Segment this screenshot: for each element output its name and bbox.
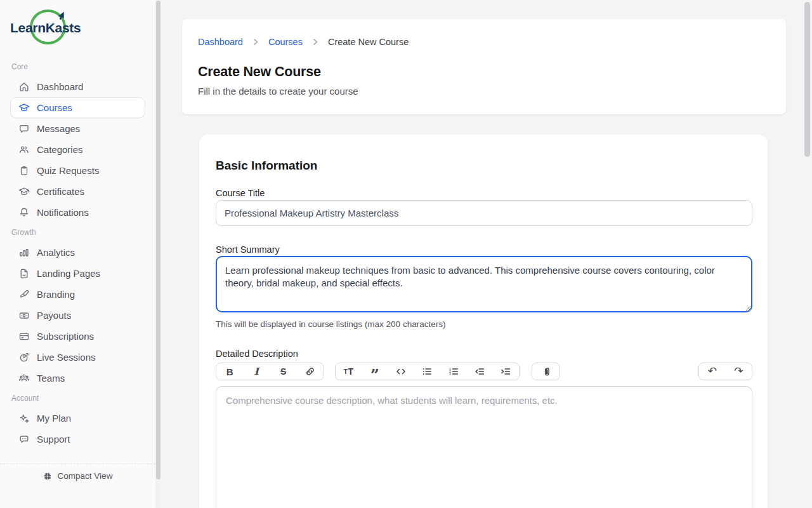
link-button[interactable]	[297, 363, 324, 380]
sparkles-icon	[18, 413, 30, 424]
sidebar-item-label: Messages	[37, 123, 80, 134]
sidebar-item-support[interactable]: Support	[10, 429, 145, 450]
short-summary-textarea[interactable]: Learn professional makeup techniques fro…	[216, 256, 752, 312]
sidebar-item-label: Teams	[37, 373, 65, 384]
sidebar-item-live-sessions[interactable]: Live Sessions	[10, 347, 145, 368]
sidebar-item-landing-pages[interactable]: Landing Pages	[10, 263, 145, 284]
sidebar-section-growth: Growth	[11, 228, 145, 237]
certificate-icon	[18, 186, 30, 197]
sidebar-item-categories[interactable]: Categories	[10, 139, 145, 160]
sidebar-item-subscriptions[interactable]: Subscriptions	[10, 326, 145, 347]
sidebar-item-label: Courses	[37, 102, 72, 113]
numbered-list-icon: 123	[449, 366, 459, 377]
sidebar-item-label: Notifications	[37, 207, 89, 218]
sidebar-item-teams[interactable]: Teams	[10, 368, 145, 389]
file-icon	[18, 268, 30, 279]
sidebar-item-analytics[interactable]: Analytics	[10, 242, 145, 263]
compact-view-button[interactable]: Compact View	[43, 471, 113, 481]
sidebar-item-certificates[interactable]: Certificates	[10, 181, 145, 202]
compact-view-label: Compact View	[58, 471, 113, 481]
sidebar-item-label: Categories	[37, 144, 83, 155]
chevron-right-icon	[311, 37, 320, 46]
graduation-cap-icon	[18, 102, 30, 114]
sidebar-item-messages[interactable]: Messages	[10, 118, 145, 139]
banknote-icon	[18, 310, 30, 321]
sidebar-item-label: Branding	[37, 289, 75, 300]
sidebar-item-label: Support	[37, 434, 70, 444]
sidebar-item-notifications[interactable]: Notifications	[10, 202, 145, 223]
detailed-description-editor[interactable]: Comprehensive course description, what s…	[216, 386, 752, 508]
chat-bubble-icon	[18, 123, 30, 135]
svg-text:3: 3	[449, 372, 451, 376]
breadcrumb-courses[interactable]: Courses	[268, 37, 303, 47]
course-title-label: Course Title	[216, 188, 265, 198]
bullet-list-button[interactable]	[414, 363, 440, 380]
redo-button[interactable]: ↷	[726, 363, 752, 379]
users-icon	[18, 144, 30, 156]
breadcrumb-current: Create New Course	[328, 37, 409, 47]
sidebar-item-label: Dashboard	[37, 81, 83, 92]
pie-session-icon	[18, 352, 30, 363]
attachment-button[interactable]	[532, 363, 560, 380]
link-icon	[305, 366, 315, 377]
sidebar-section-account: Account	[11, 394, 145, 403]
outdent-icon	[475, 366, 485, 377]
bell-icon	[18, 207, 30, 218]
outdent-button[interactable]	[466, 363, 492, 380]
sidebar-item-label: Landing Pages	[37, 268, 100, 279]
sidebar-item-label: Subscriptions	[37, 331, 94, 342]
chevron-right-icon	[251, 37, 260, 46]
section-title: Basic Information	[216, 159, 317, 173]
sidebar-item-label: Payouts	[37, 310, 71, 321]
sidebar-item-my-plan[interactable]: My Plan	[10, 408, 145, 429]
basic-information-card: Basic Information Course Title Short Sum…	[199, 135, 768, 508]
breadcrumb-dashboard[interactable]: Dashboard	[198, 37, 243, 47]
sidebar-scrollbar[interactable]	[155, 0, 160, 508]
bold-button[interactable]: B	[216, 363, 243, 380]
bar-chart-icon	[18, 247, 30, 258]
numbered-list-button[interactable]: 123	[440, 363, 466, 380]
editor-placeholder: Comprehensive course description, what s…	[226, 395, 742, 406]
app-logo[interactable]: LearnKasts	[10, 9, 145, 47]
code-button[interactable]	[388, 363, 414, 380]
support-chat-icon	[18, 434, 30, 445]
indent-icon	[501, 366, 511, 377]
sidebar-item-dashboard[interactable]: Dashboard	[10, 76, 145, 97]
page-subtitle: Fill in the details to create your cours…	[198, 86, 770, 97]
strikethrough-button[interactable]: S	[270, 363, 297, 380]
sidebar-item-label: Quiz Requests	[37, 165, 99, 176]
logo-text: LearnKasts	[10, 20, 81, 36]
clipboard-icon	[18, 165, 30, 177]
sidebar-item-label: Analytics	[37, 247, 75, 258]
sidebar-item-courses[interactable]: Courses	[10, 97, 145, 118]
sidebar-item-branding[interactable]: Branding	[10, 284, 145, 305]
text-size-button[interactable]: TT	[336, 363, 362, 380]
sidebar: LearnKasts Core Dashboard Courses Messag…	[0, 0, 155, 508]
indent-button[interactable]	[493, 363, 519, 380]
app-screen: LearnKasts Core Dashboard Courses Messag…	[0, 0, 812, 508]
course-title-input[interactable]	[216, 200, 752, 226]
short-summary-label: Short Summary	[216, 244, 280, 255]
blockquote-button[interactable]: ”	[362, 367, 388, 380]
paintbrush-icon	[18, 289, 30, 300]
page-header-card: Dashboard Courses Create New Course Crea…	[182, 19, 786, 114]
toolbar-attach-group	[532, 363, 560, 380]
sidebar-item-label: My Plan	[37, 413, 71, 424]
undo-button[interactable]: ↶	[699, 363, 726, 379]
italic-button[interactable]: I	[243, 363, 270, 380]
main-content: Dashboard Courses Create New Course Crea…	[160, 0, 812, 508]
collapse-icon	[43, 472, 52, 481]
team-icon	[18, 373, 30, 384]
short-summary-helper: This will be displayed in course listing…	[216, 319, 445, 329]
sidebar-section-core: Core	[11, 62, 145, 71]
toolbar-format-group: B I S	[216, 363, 324, 380]
page-title: Create New Course	[198, 64, 770, 80]
sidebar-footer: Compact View	[0, 464, 155, 481]
sidebar-item-payouts[interactable]: Payouts	[10, 305, 145, 326]
sidebar-item-label: Live Sessions	[37, 352, 96, 363]
toolbar-history-group: ↶ ↷	[698, 363, 752, 380]
sidebar-item-quiz-requests[interactable]: Quiz Requests	[10, 160, 145, 181]
main-scrollbar-thumb[interactable]	[804, 2, 810, 157]
sidebar-scrollbar-thumb[interactable]	[156, 1, 160, 479]
bullet-list-icon	[422, 366, 432, 377]
